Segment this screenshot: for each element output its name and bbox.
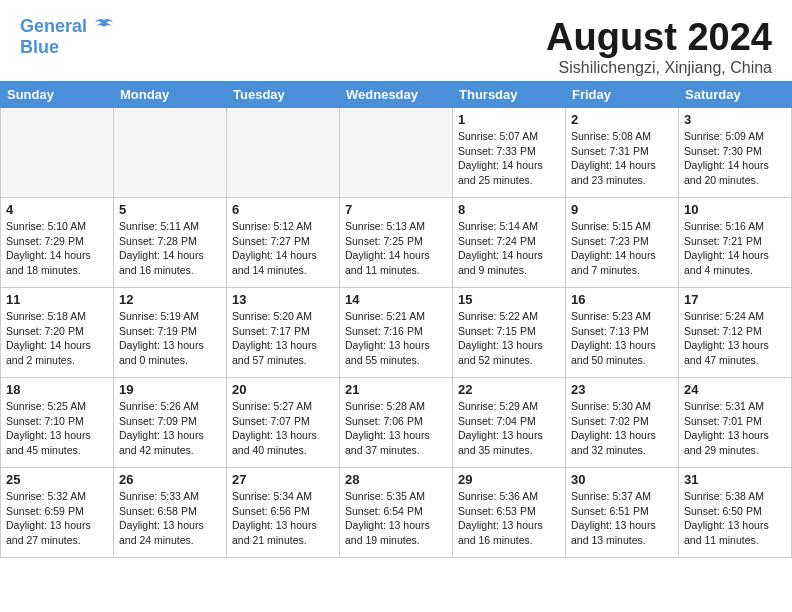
day-info: Sunrise: 5:33 AM Sunset: 6:58 PM Dayligh… [119, 489, 221, 548]
calendar-header-tuesday: Tuesday [227, 82, 340, 108]
calendar-cell: 18Sunrise: 5:25 AM Sunset: 7:10 PM Dayli… [1, 378, 114, 468]
day-number: 7 [345, 202, 447, 217]
day-info: Sunrise: 5:15 AM Sunset: 7:23 PM Dayligh… [571, 219, 673, 278]
day-number: 10 [684, 202, 786, 217]
day-info: Sunrise: 5:19 AM Sunset: 7:19 PM Dayligh… [119, 309, 221, 368]
day-info: Sunrise: 5:11 AM Sunset: 7:28 PM Dayligh… [119, 219, 221, 278]
day-number: 2 [571, 112, 673, 127]
calendar-header-thursday: Thursday [453, 82, 566, 108]
calendar-cell: 8Sunrise: 5:14 AM Sunset: 7:24 PM Daylig… [453, 198, 566, 288]
day-info: Sunrise: 5:28 AM Sunset: 7:06 PM Dayligh… [345, 399, 447, 458]
day-number: 19 [119, 382, 221, 397]
calendar-cell: 27Sunrise: 5:34 AM Sunset: 6:56 PM Dayli… [227, 468, 340, 558]
calendar-cell: 16Sunrise: 5:23 AM Sunset: 7:13 PM Dayli… [566, 288, 679, 378]
day-number: 11 [6, 292, 108, 307]
day-info: Sunrise: 5:26 AM Sunset: 7:09 PM Dayligh… [119, 399, 221, 458]
day-number: 28 [345, 472, 447, 487]
day-info: Sunrise: 5:16 AM Sunset: 7:21 PM Dayligh… [684, 219, 786, 278]
calendar-cell: 13Sunrise: 5:20 AM Sunset: 7:17 PM Dayli… [227, 288, 340, 378]
day-number: 12 [119, 292, 221, 307]
day-number: 27 [232, 472, 334, 487]
day-info: Sunrise: 5:22 AM Sunset: 7:15 PM Dayligh… [458, 309, 560, 368]
day-number: 3 [684, 112, 786, 127]
calendar-week-row: 18Sunrise: 5:25 AM Sunset: 7:10 PM Dayli… [1, 378, 792, 468]
title-block: August 2024 Sishilichengzi, Xinjiang, Ch… [546, 16, 772, 77]
calendar-cell: 9Sunrise: 5:15 AM Sunset: 7:23 PM Daylig… [566, 198, 679, 288]
day-number: 18 [6, 382, 108, 397]
day-number: 5 [119, 202, 221, 217]
day-info: Sunrise: 5:30 AM Sunset: 7:02 PM Dayligh… [571, 399, 673, 458]
calendar-cell: 22Sunrise: 5:29 AM Sunset: 7:04 PM Dayli… [453, 378, 566, 468]
day-info: Sunrise: 5:13 AM Sunset: 7:25 PM Dayligh… [345, 219, 447, 278]
calendar-cell: 14Sunrise: 5:21 AM Sunset: 7:16 PM Dayli… [340, 288, 453, 378]
day-number: 14 [345, 292, 447, 307]
calendar-header-friday: Friday [566, 82, 679, 108]
day-info: Sunrise: 5:10 AM Sunset: 7:29 PM Dayligh… [6, 219, 108, 278]
calendar-header-row: SundayMondayTuesdayWednesdayThursdayFrid… [1, 82, 792, 108]
day-number: 6 [232, 202, 334, 217]
calendar-cell: 17Sunrise: 5:24 AM Sunset: 7:12 PM Dayli… [679, 288, 792, 378]
day-info: Sunrise: 5:20 AM Sunset: 7:17 PM Dayligh… [232, 309, 334, 368]
day-number: 24 [684, 382, 786, 397]
day-info: Sunrise: 5:38 AM Sunset: 6:50 PM Dayligh… [684, 489, 786, 548]
calendar-cell: 21Sunrise: 5:28 AM Sunset: 7:06 PM Dayli… [340, 378, 453, 468]
calendar-cell: 31Sunrise: 5:38 AM Sunset: 6:50 PM Dayli… [679, 468, 792, 558]
day-info: Sunrise: 5:08 AM Sunset: 7:31 PM Dayligh… [571, 129, 673, 188]
calendar-header-monday: Monday [114, 82, 227, 108]
calendar-header-wednesday: Wednesday [340, 82, 453, 108]
day-number: 4 [6, 202, 108, 217]
month-title: August 2024 [546, 16, 772, 59]
day-number: 8 [458, 202, 560, 217]
day-number: 31 [684, 472, 786, 487]
logo-bird-icon [93, 16, 115, 38]
day-number: 25 [6, 472, 108, 487]
calendar-cell [227, 108, 340, 198]
calendar-cell [340, 108, 453, 198]
day-number: 13 [232, 292, 334, 307]
calendar-cell: 28Sunrise: 5:35 AM Sunset: 6:54 PM Dayli… [340, 468, 453, 558]
calendar-cell [1, 108, 114, 198]
logo-text: General [20, 16, 115, 38]
day-number: 23 [571, 382, 673, 397]
day-info: Sunrise: 5:09 AM Sunset: 7:30 PM Dayligh… [684, 129, 786, 188]
calendar-cell: 5Sunrise: 5:11 AM Sunset: 7:28 PM Daylig… [114, 198, 227, 288]
day-number: 15 [458, 292, 560, 307]
calendar-cell: 12Sunrise: 5:19 AM Sunset: 7:19 PM Dayli… [114, 288, 227, 378]
calendar-week-row: 11Sunrise: 5:18 AM Sunset: 7:20 PM Dayli… [1, 288, 792, 378]
calendar-header-sunday: Sunday [1, 82, 114, 108]
calendar-cell: 30Sunrise: 5:37 AM Sunset: 6:51 PM Dayli… [566, 468, 679, 558]
calendar-cell: 10Sunrise: 5:16 AM Sunset: 7:21 PM Dayli… [679, 198, 792, 288]
day-number: 16 [571, 292, 673, 307]
day-info: Sunrise: 5:25 AM Sunset: 7:10 PM Dayligh… [6, 399, 108, 458]
day-info: Sunrise: 5:32 AM Sunset: 6:59 PM Dayligh… [6, 489, 108, 548]
day-info: Sunrise: 5:27 AM Sunset: 7:07 PM Dayligh… [232, 399, 334, 458]
day-info: Sunrise: 5:07 AM Sunset: 7:33 PM Dayligh… [458, 129, 560, 188]
day-info: Sunrise: 5:36 AM Sunset: 6:53 PM Dayligh… [458, 489, 560, 548]
calendar-cell: 11Sunrise: 5:18 AM Sunset: 7:20 PM Dayli… [1, 288, 114, 378]
calendar-cell: 7Sunrise: 5:13 AM Sunset: 7:25 PM Daylig… [340, 198, 453, 288]
calendar-header-saturday: Saturday [679, 82, 792, 108]
calendar-cell: 20Sunrise: 5:27 AM Sunset: 7:07 PM Dayli… [227, 378, 340, 468]
calendar-table: SundayMondayTuesdayWednesdayThursdayFrid… [0, 81, 792, 558]
calendar-cell: 2Sunrise: 5:08 AM Sunset: 7:31 PM Daylig… [566, 108, 679, 198]
day-number: 17 [684, 292, 786, 307]
calendar-cell: 24Sunrise: 5:31 AM Sunset: 7:01 PM Dayli… [679, 378, 792, 468]
day-info: Sunrise: 5:23 AM Sunset: 7:13 PM Dayligh… [571, 309, 673, 368]
day-info: Sunrise: 5:31 AM Sunset: 7:01 PM Dayligh… [684, 399, 786, 458]
day-number: 26 [119, 472, 221, 487]
location: Sishilichengzi, Xinjiang, China [546, 59, 772, 77]
calendar-cell: 4Sunrise: 5:10 AM Sunset: 7:29 PM Daylig… [1, 198, 114, 288]
calendar-week-row: 25Sunrise: 5:32 AM Sunset: 6:59 PM Dayli… [1, 468, 792, 558]
calendar-cell: 15Sunrise: 5:22 AM Sunset: 7:15 PM Dayli… [453, 288, 566, 378]
day-info: Sunrise: 5:34 AM Sunset: 6:56 PM Dayligh… [232, 489, 334, 548]
day-number: 9 [571, 202, 673, 217]
day-number: 29 [458, 472, 560, 487]
page-header: General Blue August 2024 Sishilichengzi,… [0, 0, 792, 81]
calendar-cell: 25Sunrise: 5:32 AM Sunset: 6:59 PM Dayli… [1, 468, 114, 558]
calendar-cell [114, 108, 227, 198]
day-number: 22 [458, 382, 560, 397]
day-number: 20 [232, 382, 334, 397]
day-info: Sunrise: 5:24 AM Sunset: 7:12 PM Dayligh… [684, 309, 786, 368]
day-info: Sunrise: 5:21 AM Sunset: 7:16 PM Dayligh… [345, 309, 447, 368]
day-number: 1 [458, 112, 560, 127]
